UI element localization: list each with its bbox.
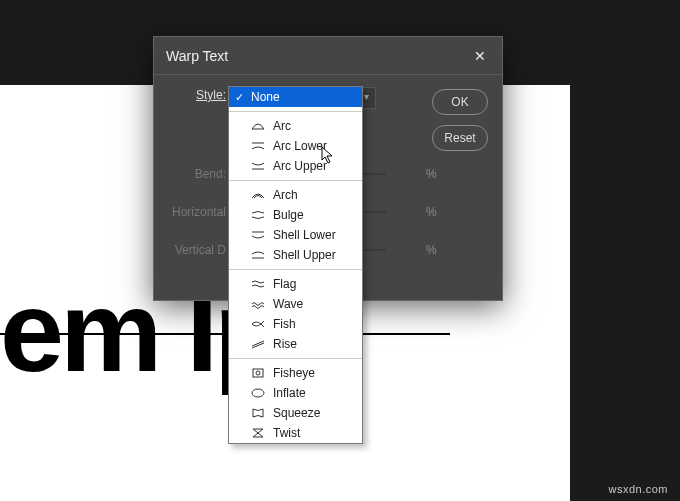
horizontal-distortion-label: Horizontal xyxy=(168,205,236,219)
dropdown-separator xyxy=(229,111,362,112)
dropdown-item-label: Arc Lower xyxy=(273,139,327,153)
rise-icon xyxy=(251,339,265,349)
svg-point-1 xyxy=(256,371,260,375)
dropdown-item-label: Bulge xyxy=(273,208,304,222)
dropdown-item-label: Fisheye xyxy=(273,366,315,380)
dropdown-item-label: Shell Upper xyxy=(273,248,336,262)
text-baseline xyxy=(0,333,450,335)
inflate-icon xyxy=(251,388,265,398)
svg-point-2 xyxy=(252,389,264,397)
squeeze-icon xyxy=(251,408,265,418)
arc-icon xyxy=(251,121,265,131)
dropdown-item-squeeze[interactable]: Squeeze xyxy=(229,403,362,423)
style-dropdown-list[interactable]: None Arc Arc Lower Arc Upper Arch Bulge … xyxy=(228,86,363,444)
dropdown-item-label: Fish xyxy=(273,317,296,331)
dropdown-item-label: Inflate xyxy=(273,386,306,400)
dropdown-item-label: None xyxy=(251,90,280,104)
dropdown-item-label: Arc Upper xyxy=(273,159,327,173)
fisheye-icon xyxy=(251,368,265,378)
vertical-distortion-label: Vertical D xyxy=(168,243,236,257)
bulge-icon xyxy=(251,210,265,220)
dropdown-item-label: Rise xyxy=(273,337,297,351)
ok-button[interactable]: OK xyxy=(432,89,488,115)
dropdown-item-bulge[interactable]: Bulge xyxy=(229,205,362,225)
dialog-titlebar[interactable]: Warp Text ✕ xyxy=(154,37,502,75)
arc-lower-icon xyxy=(251,141,265,151)
dropdown-item-label: Twist xyxy=(273,426,300,440)
dropdown-item-inflate[interactable]: Inflate xyxy=(229,383,362,403)
dropdown-item-label: Arch xyxy=(273,188,298,202)
dropdown-item-fish[interactable]: Fish xyxy=(229,314,362,334)
dropdown-separator xyxy=(229,358,362,359)
watermark: wsxdn.com xyxy=(608,483,668,495)
dropdown-item-shell-upper[interactable]: Shell Upper xyxy=(229,245,362,265)
dropdown-item-none[interactable]: None xyxy=(229,87,362,107)
percent-unit: % xyxy=(426,243,437,257)
dropdown-item-label: Wave xyxy=(273,297,303,311)
reset-button[interactable]: Reset xyxy=(432,125,488,151)
dropdown-item-label: Squeeze xyxy=(273,406,320,420)
dropdown-item-arc-upper[interactable]: Arc Upper xyxy=(229,156,362,176)
dropdown-item-rise[interactable]: Rise xyxy=(229,334,362,354)
bend-label: Bend: xyxy=(168,167,236,181)
dropdown-item-flag[interactable]: Flag xyxy=(229,274,362,294)
dropdown-item-twist[interactable]: Twist xyxy=(229,423,362,443)
dropdown-separator xyxy=(229,180,362,181)
dropdown-item-fisheye[interactable]: Fisheye xyxy=(229,363,362,383)
dropdown-item-arc[interactable]: Arc xyxy=(229,116,362,136)
percent-unit: % xyxy=(426,167,437,181)
dropdown-item-wave[interactable]: Wave xyxy=(229,294,362,314)
dropdown-item-shell-lower[interactable]: Shell Lower xyxy=(229,225,362,245)
flag-icon xyxy=(251,279,265,289)
wave-icon xyxy=(251,299,265,309)
shell-lower-icon xyxy=(251,230,265,240)
close-icon[interactable]: ✕ xyxy=(470,48,490,64)
fish-icon xyxy=(251,319,265,329)
svg-rect-0 xyxy=(253,369,263,377)
dropdown-item-label: Flag xyxy=(273,277,296,291)
dialog-title: Warp Text xyxy=(166,48,228,64)
cursor-icon xyxy=(321,146,335,168)
dropdown-item-label: Shell Lower xyxy=(273,228,336,242)
shell-upper-icon xyxy=(251,250,265,260)
dropdown-item-arc-lower[interactable]: Arc Lower xyxy=(229,136,362,156)
style-label: Style: xyxy=(168,88,236,102)
dropdown-separator xyxy=(229,269,362,270)
dropdown-item-label: Arc xyxy=(273,119,291,133)
arch-icon xyxy=(251,190,265,200)
twist-icon xyxy=(251,428,265,438)
arc-upper-icon xyxy=(251,161,265,171)
dropdown-item-arch[interactable]: Arch xyxy=(229,185,362,205)
percent-unit: % xyxy=(426,205,437,219)
